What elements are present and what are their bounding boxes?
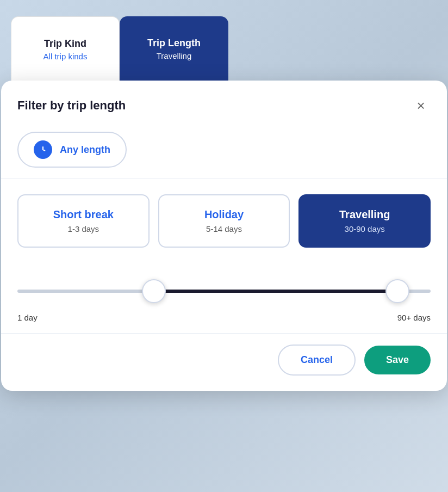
any-length-label: Any length <box>60 144 110 156</box>
close-button[interactable]: × <box>411 96 431 115</box>
tab-trip-length[interactable]: Trip Length Travelling <box>120 16 228 82</box>
slider-thumb-left[interactable] <box>142 279 166 303</box>
any-length-section: Any length <box>1 126 447 179</box>
tab-trip-kind-title: Trip Kind <box>44 38 86 50</box>
modal-header: Filter by trip length × <box>1 81 447 126</box>
tab-trip-length-title: Trip Length <box>147 38 201 49</box>
trip-card-short-break[interactable]: Short break 1-3 days <box>17 194 150 248</box>
slider-max-label: 90+ days <box>397 313 431 322</box>
travelling-subtitle: 30-90 days <box>345 224 385 233</box>
slider-thumb-right[interactable] <box>385 279 409 303</box>
slider-section: 1 day 90+ days <box>1 259 447 333</box>
tab-trip-length-subtitle: Travelling <box>157 51 191 60</box>
slider-labels: 1 day 90+ days <box>17 313 431 322</box>
tab-trip-kind-subtitle: All trip kinds <box>43 52 88 61</box>
modal-title: Filter by trip length <box>17 99 126 113</box>
slider-min-label: 1 day <box>17 313 38 322</box>
clock-icon <box>34 140 52 159</box>
modal-footer: Cancel Save <box>1 333 447 391</box>
filter-modal: Filter by trip length × Any length Short… <box>1 81 447 391</box>
slider-active-track <box>154 290 397 293</box>
travelling-title: Travelling <box>339 208 390 221</box>
short-break-title: Short break <box>53 208 114 221</box>
trip-types-section: Short break 1-3 days Holiday 5-14 days T… <box>1 179 447 259</box>
save-button[interactable]: Save <box>364 346 431 374</box>
short-break-subtitle: 1-3 days <box>68 224 99 233</box>
tab-bar: Trip Kind All trip kinds Trip Length Tra… <box>0 0 448 82</box>
holiday-subtitle: 5-14 days <box>206 224 242 233</box>
tab-trip-kind[interactable]: Trip Kind All trip kinds <box>11 16 120 82</box>
trip-card-holiday[interactable]: Holiday 5-14 days <box>158 194 290 248</box>
trip-card-travelling[interactable]: Travelling 30-90 days <box>298 194 431 248</box>
holiday-title: Holiday <box>204 208 244 221</box>
modal-container: Filter by trip length × Any length Short… <box>0 81 448 492</box>
cancel-button[interactable]: Cancel <box>278 345 356 376</box>
slider-track-container <box>17 275 431 308</box>
any-length-button[interactable]: Any length <box>17 132 127 168</box>
